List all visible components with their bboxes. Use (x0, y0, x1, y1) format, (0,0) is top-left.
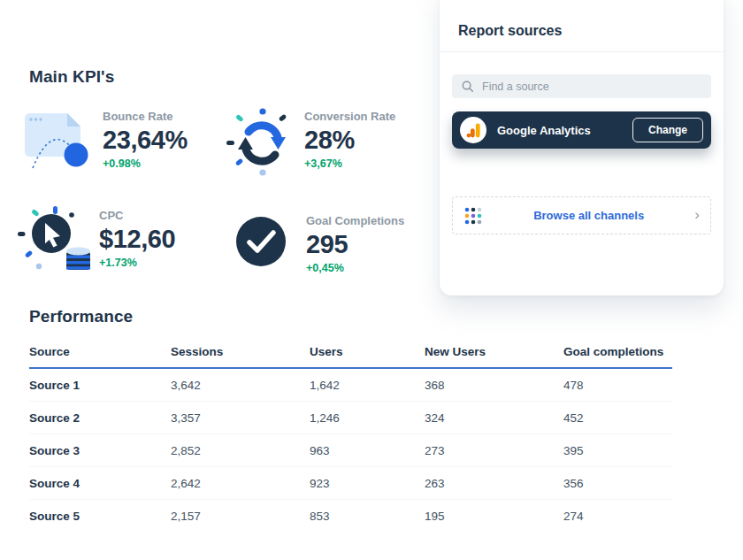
browse-all-channels[interactable]: Browse all channels › (452, 196, 711, 234)
kpi-label: Bounce Rate (103, 110, 188, 123)
column-header: New Users (425, 345, 563, 358)
kpi-value: 28% (304, 126, 395, 155)
kpi-value: 295 (306, 230, 404, 259)
kpi-label: Conversion Rate (304, 110, 395, 123)
kpi-delta: +0,45% (306, 262, 404, 274)
chevron-right-icon: › (694, 207, 700, 222)
table-cell: Source 3 (29, 444, 171, 457)
performance-table-body: Source 13,6421,642368478Source 23,3571,2… (29, 369, 672, 533)
google-analytics-logo (460, 117, 486, 143)
kpi-delta: +0.98% (103, 157, 188, 170)
table-cell: 3,642 (171, 379, 310, 392)
goal-completions-icon (232, 212, 290, 274)
report-sources-title: Report sources (458, 23, 711, 39)
kpi-label: Goal Completions (306, 214, 404, 227)
performance-table: SourceSessionsUsersNew UsersGoal complet… (29, 345, 672, 533)
table-cell: 3,357 (171, 411, 310, 425)
conversion-rate-icon (225, 104, 299, 182)
table-cell: 356 (563, 477, 672, 490)
table-row: Source 42,642923263356 (29, 467, 672, 500)
kpi-conversion-rate: Conversion Rate 28% +3,67% (225, 104, 395, 182)
kpi-delta: +3,67% (304, 157, 395, 170)
performance-title: Performance (29, 307, 133, 326)
table-cell: 923 (310, 477, 425, 490)
table-row: Source 13,6421,642368478 (29, 369, 672, 402)
report-sources-panel: Report sources Google Analytics Change (440, 0, 724, 295)
connected-source-name: Google Analytics (497, 124, 632, 137)
search-icon (461, 80, 474, 93)
table-cell: 853 (310, 510, 425, 523)
browse-all-channels-label: Browse all channels (483, 209, 694, 222)
table-cell: 963 (310, 444, 425, 457)
table-row: Source 52,157853195274 (29, 500, 672, 533)
table-cell: Source 2 (29, 411, 171, 425)
table-cell: 2,852 (171, 444, 310, 457)
source-search[interactable] (452, 74, 711, 98)
table-cell: 1,246 (310, 411, 425, 425)
kpi-goal-completions: Goal Completions 295 +0,45% (232, 212, 404, 274)
table-cell: 452 (563, 411, 672, 425)
kpi-cpc: CPC $12,60 +1.73% (16, 203, 175, 281)
column-header: Goal completions (563, 345, 672, 358)
table-cell: Source 1 (29, 379, 171, 392)
dashboard-page: Main KPI's Bounce Rate 23,64% +0.98% (0, 0, 743, 560)
table-cell: 274 (563, 510, 672, 523)
table-cell: 2,157 (171, 510, 310, 523)
main-kpis-title: Main KPI's (29, 67, 114, 87)
bounce-rate-icon (22, 104, 96, 179)
table-cell: 273 (425, 444, 563, 457)
panel-divider (440, 51, 724, 52)
kpi-bounce-rate: Bounce Rate 23,64% +0.98% (22, 104, 188, 179)
table-cell: 195 (425, 510, 563, 523)
performance-table-header: SourceSessionsUsersNew UsersGoal complet… (29, 345, 672, 369)
kpi-label: CPC (99, 209, 175, 222)
table-cell: 395 (563, 444, 672, 457)
column-header: Sessions (171, 345, 310, 358)
column-header: Source (29, 345, 171, 358)
table-cell: 478 (563, 379, 672, 392)
table-cell: 2,642 (171, 477, 310, 490)
search-input[interactable] (482, 81, 702, 93)
change-source-button[interactable]: Change (632, 118, 703, 142)
cpc-icon (16, 203, 96, 281)
kpi-delta: +1.73% (99, 257, 175, 269)
table-cell: 324 (425, 411, 563, 425)
table-cell: Source 5 (29, 510, 171, 523)
table-cell: 368 (425, 379, 563, 392)
channels-grid-icon (463, 206, 483, 226)
kpi-value: $12,60 (99, 225, 175, 254)
table-row: Source 32,852963273395 (29, 434, 672, 467)
table-cell: 1,642 (310, 379, 425, 392)
column-header: Users (310, 345, 425, 358)
kpi-value: 23,64% (103, 126, 188, 155)
connected-source-row: Google Analytics Change (452, 111, 711, 149)
table-cell: Source 4 (29, 477, 171, 490)
table-row: Source 23,3571,246324452 (29, 402, 672, 434)
table-cell: 263 (425, 477, 563, 490)
